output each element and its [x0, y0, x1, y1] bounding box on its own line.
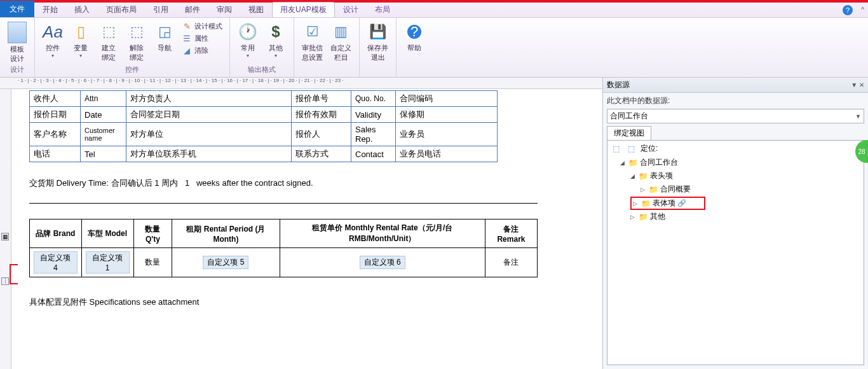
tab-file[interactable]: 文件 — [0, 1, 34, 17]
template-design-button[interactable]: 模板 设计 — [5, 20, 29, 65]
info-cell[interactable]: Contact — [351, 146, 396, 162]
design-mode-button[interactable]: ✎设计模式 — [180, 20, 224, 32]
field-value[interactable]: 备注 — [503, 258, 519, 267]
help-icon[interactable]: ? — [843, 5, 853, 15]
tab-insert[interactable]: 插入 — [66, 2, 98, 17]
control-button[interactable]: Aa控件▾ — [40, 20, 65, 60]
tree-node-summary[interactable]: ▷📁合同概要 — [641, 183, 861, 195]
product-row[interactable]: 自定义项 4 自定义项 1 数量 自定义项 5 自定义项 6 备注 — [30, 248, 538, 277]
data-source-panel: 数据源 ▼ ✕ 此文档中的数据源: 合同工作台▼ 绑定视图 ⬚ ⬚ 定位: ◢📁… — [602, 78, 868, 369]
chevron-down-icon: ▼ — [855, 113, 861, 120]
info-cell[interactable]: 合同签定日期 — [126, 107, 292, 123]
other-format-button[interactable]: $其他▾ — [263, 20, 288, 60]
info-cell[interactable]: 保修期 — [396, 107, 498, 123]
horizontal-ruler[interactable]: · 1 · | · 2 · | · 3 · | · 4 · | · 5 · | … — [0, 78, 602, 89]
product-th-model[interactable]: 车型 Model — [81, 219, 133, 248]
info-cell[interactable]: 对方单位 — [126, 123, 292, 146]
footer-note[interactable]: 具体配置见附件 Specifications see attachment — [29, 296, 597, 308]
info-cell[interactable]: 客户名称 — [30, 123, 81, 146]
info-cell[interactable]: 电话 — [30, 146, 81, 162]
info-table[interactable]: 收件人 Attn 对方负责人 报价单号 Quo. No. 合同编码 报价日期 D… — [29, 90, 498, 162]
field-token[interactable]: 自定义项 4 — [34, 251, 78, 274]
info-cell[interactable]: 报价单号 — [292, 91, 351, 107]
document-area: · 1 · | · 2 · | · 3 · | · 4 · | · 5 · | … — [0, 78, 602, 369]
table-handle-icon[interactable]: ▦ — [1, 233, 9, 240]
tree-node-other[interactable]: ▷📁其他 — [630, 211, 861, 223]
tree-node-body[interactable]: ▷📁表体项 🔗 — [630, 196, 861, 211]
variable-button[interactable]: ▯变量▾ — [68, 20, 93, 60]
vertical-ruler[interactable]: ▦ ⋮ — [0, 89, 11, 369]
tab-reference[interactable]: 引用 — [145, 2, 177, 17]
document-page[interactable]: 收件人 Attn 对方负责人 报价单号 Quo. No. 合同编码 报价日期 D… — [18, 90, 597, 369]
field-token[interactable]: 自定义项 6 — [360, 256, 405, 269]
folder-icon: 📁 — [649, 185, 658, 194]
info-cell[interactable]: 合同编码 — [396, 91, 498, 107]
group-output-label: 输出格式 — [235, 65, 288, 76]
product-th-period[interactable]: 租期 Rental Period (月 Month) — [172, 219, 280, 248]
bind-view-tab[interactable]: 绑定视图 — [607, 126, 651, 140]
navigate-button[interactable]: ◲导航 — [152, 20, 177, 54]
info-cell[interactable]: 报价有效期 — [292, 107, 351, 123]
panel-title: 数据源 — [607, 80, 630, 90]
folder-icon: 📁 — [639, 212, 648, 221]
save-exit-button[interactable]: 💾保存并 退出 — [365, 20, 391, 64]
info-cell[interactable]: Attn — [81, 91, 126, 107]
clear-button[interactable]: ◢清除 — [180, 45, 224, 56]
tab-layout[interactable]: 布局 — [367, 2, 398, 17]
info-cell[interactable]: Validity — [351, 107, 396, 123]
tab-review[interactable]: 审阅 — [208, 2, 240, 17]
info-cell[interactable]: Quo. No. — [351, 91, 396, 107]
tree-toolbar-icon[interactable]: ⬚ — [610, 144, 621, 154]
datasource-select[interactable]: 合同工作台▼ — [607, 109, 864, 123]
info-cell[interactable]: 业务员 — [396, 123, 498, 146]
info-cell[interactable]: Date — [81, 107, 126, 123]
table-row-handle-icon[interactable]: ⋮ — [1, 277, 9, 285]
tab-uap-template[interactable]: 用友UAP模板 — [272, 2, 335, 17]
tab-page-layout[interactable]: 页面布局 — [98, 2, 145, 17]
info-cell[interactable]: Sales Rep. — [351, 123, 396, 146]
panel-subtitle: 此文档中的数据源: — [603, 93, 868, 109]
tree-toolbar-icon[interactable]: ⬚ — [625, 144, 637, 154]
info-cell[interactable]: 报价日期 — [30, 107, 81, 123]
info-cell[interactable]: 对方单位联系手机 — [126, 146, 292, 162]
tree-node-header[interactable]: ◢📁表头项 ▷📁合同概要 — [630, 170, 861, 196]
custom-column-button[interactable]: ▥自定义 栏目 — [328, 20, 354, 64]
data-tree[interactable]: ◢📁合同工作台 ◢📁表头项 ▷📁合同概要 ▷📁表体项 🔗 ▷📁其他 — [610, 157, 861, 223]
build-bind-button[interactable]: ⬚建立 绑定 — [96, 20, 121, 64]
panel-close-icon[interactable]: ✕ — [859, 81, 864, 88]
field-value[interactable]: 数量 — [145, 258, 160, 267]
tree-node-root[interactable]: ◢📁合同工作台 ◢📁表头项 ▷📁合同概要 ▷📁表体项 🔗 ▷📁其他 — [620, 157, 861, 223]
product-th-rate[interactable]: 租赁单价 Monthly Rental Rate（元/月/台 RMB/Month… — [280, 219, 485, 248]
info-cell[interactable]: Customer name — [81, 123, 126, 146]
field-token[interactable]: 自定义项 1 — [86, 251, 130, 274]
product-table[interactable]: 品牌 Brand 车型 Model 数量 Q'ty 租期 Rental Peri… — [29, 219, 538, 277]
tab-view[interactable]: 视图 — [240, 2, 272, 17]
info-cell[interactable]: 收件人 — [30, 91, 81, 107]
info-cell[interactable]: 报价人 — [292, 123, 351, 146]
field-token[interactable]: 自定义项 5 — [203, 256, 248, 269]
locate-label: 定位: — [641, 143, 658, 154]
info-cell[interactable]: Tel — [81, 146, 126, 162]
product-th-qty[interactable]: 数量 Q'ty — [133, 219, 172, 248]
folder-icon: 📁 — [628, 158, 638, 167]
horizontal-divider — [29, 203, 538, 204]
group-controls-label: 控件 — [40, 65, 224, 76]
property-button[interactable]: ☰属性 — [180, 32, 224, 44]
help-button[interactable]: ?帮助 — [402, 20, 427, 54]
tab-mail[interactable]: 邮件 — [177, 2, 208, 17]
panel-dropdown-icon[interactable]: ▼ — [851, 81, 857, 88]
delivery-text[interactable]: 交货期 Delivery Time: 合同确认后 1 周内 1 weeks af… — [29, 178, 597, 189]
folder-icon: 📁 — [639, 172, 648, 181]
approve-info-button[interactable]: ☑审批信 息设置 — [299, 20, 325, 64]
product-th-remark[interactable]: 备注 Remark — [485, 219, 537, 248]
common-format-button[interactable]: 🕐常用▾ — [235, 20, 261, 60]
unbind-button[interactable]: ⬚解除 绑定 — [124, 20, 149, 64]
ribbon-collapse-icon[interactable]: ^ — [861, 6, 864, 13]
tab-home[interactable]: 开始 — [34, 2, 66, 17]
tab-design[interactable]: 设计 — [335, 2, 367, 17]
info-cell[interactable]: 业务员电话 — [396, 146, 498, 162]
info-cell[interactable]: 联系方式 — [292, 146, 351, 162]
link-icon: 🔗 — [677, 199, 686, 207]
product-th-brand[interactable]: 品牌 Brand — [30, 219, 82, 248]
info-cell[interactable]: 对方负责人 — [126, 91, 292, 107]
